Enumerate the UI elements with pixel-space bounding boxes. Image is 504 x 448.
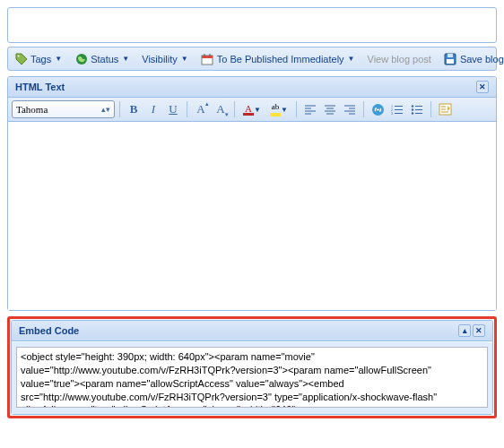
embed-code-title: Embed Code [19, 325, 79, 336]
highlighter-icon [270, 111, 281, 116]
separator [119, 101, 120, 117]
save-icon [444, 52, 457, 65]
status-button[interactable]: Status ▼ [72, 50, 132, 67]
calendar-icon [201, 52, 214, 65]
title-input[interactable] [10, 10, 494, 40]
link-button[interactable] [369, 100, 387, 118]
embed-code-panel: Embed Code ▴ ✕ [11, 320, 493, 415]
svg-point-30 [412, 108, 413, 110]
unordered-list-button[interactable] [408, 100, 426, 118]
separator [187, 101, 187, 117]
bold-button[interactable]: B [125, 100, 143, 118]
svg-point-31 [412, 112, 413, 114]
chevron-down-icon: ▼ [254, 106, 261, 114]
svg-point-0 [17, 55, 19, 56]
schedule-button[interactable]: To Be Published Immediately ▼ [198, 50, 358, 67]
align-left-button[interactable] [301, 100, 319, 118]
close-icon[interactable]: ✕ [473, 324, 485, 337]
font-color-button[interactable]: A ▼ [239, 100, 257, 118]
html-text-panel: HTML Text ✕ Tahoma ▴▾ B I U A▴ A▾ A ▼ ab [7, 76, 497, 311]
svg-rect-7 [448, 54, 453, 57]
html-text-title: HTML Text [15, 82, 65, 92]
chevron-down-icon: ▼ [348, 55, 355, 63]
font-selected-label: Tahoma [16, 104, 48, 115]
separator [363, 101, 364, 117]
title-field-wrap [7, 7, 497, 43]
embed-code-textarea[interactable] [16, 347, 488, 408]
status-label: Status [91, 54, 118, 65]
font-increase-button[interactable]: A▴ [192, 100, 210, 118]
embed-body [12, 341, 492, 414]
chevron-down-icon: ▼ [122, 55, 129, 63]
select-arrows-icon: ▴▾ [101, 105, 110, 114]
chevron-down-icon: ▼ [281, 106, 288, 114]
tags-icon [14, 52, 28, 65]
font-selector[interactable]: Tahoma ▴▾ [12, 100, 115, 118]
separator [430, 101, 431, 117]
editor-body[interactable] [8, 122, 496, 310]
visibility-button[interactable]: Visibility ▼ [139, 52, 190, 66]
separator [234, 101, 235, 117]
view-post-label: View blog post [368, 54, 431, 65]
chevron-down-icon: ▼ [55, 55, 62, 63]
svg-rect-8 [447, 59, 454, 64]
collapse-icon[interactable]: ▴ [458, 324, 471, 337]
action-toolbar: Tags ▼ Status ▼ Visibility ▼ To Be Publi… [7, 47, 497, 71]
svg-point-29 [412, 105, 413, 107]
globe-icon [74, 52, 88, 65]
html-text-header: HTML Text ✕ [8, 77, 496, 98]
editor-toolbar: Tahoma ▴▾ B I U A▴ A▾ A ▼ ab ▼ [8, 98, 496, 122]
align-center-button[interactable] [321, 100, 339, 118]
save-post-label: Save blog post [460, 54, 504, 65]
font-decrease-button[interactable]: A▾ [212, 100, 230, 118]
ordered-list-button[interactable]: 123 [388, 100, 406, 118]
svg-text:3: 3 [391, 111, 393, 115]
source-edit-button[interactable] [436, 100, 454, 118]
align-right-button[interactable] [341, 100, 359, 118]
separator [296, 101, 297, 117]
chevron-down-icon: ▼ [181, 55, 188, 63]
tags-label: Tags [30, 54, 51, 65]
visibility-label: Visibility [142, 54, 178, 65]
view-post-button: View blog post [365, 52, 434, 66]
tags-button[interactable]: Tags ▼ [12, 50, 65, 67]
schedule-label: To Be Published Immediately [217, 54, 344, 65]
svg-rect-9 [270, 113, 281, 116]
embed-highlight-box: Embed Code ▴ ✕ [7, 316, 497, 418]
svg-rect-3 [202, 56, 213, 58]
italic-button[interactable]: I [144, 100, 162, 118]
embed-code-header: Embed Code ▴ ✕ [12, 321, 492, 341]
close-icon[interactable]: ✕ [476, 81, 489, 93]
save-post-button[interactable]: Save blog post [441, 50, 504, 67]
underline-button[interactable]: U [164, 100, 182, 118]
highlight-button[interactable]: ab ▼ [266, 100, 284, 118]
